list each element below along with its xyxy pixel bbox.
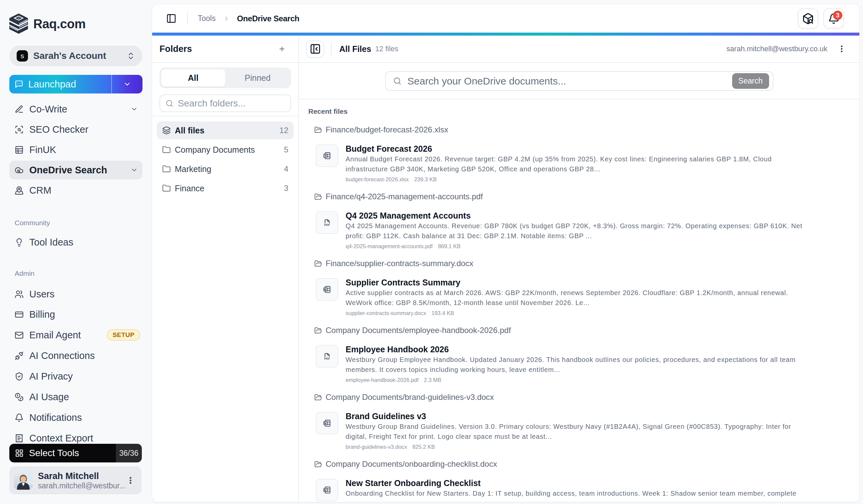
svg-text:PDF: PDF — [324, 357, 330, 360]
svg-text:PDF: PDF — [324, 223, 330, 227]
